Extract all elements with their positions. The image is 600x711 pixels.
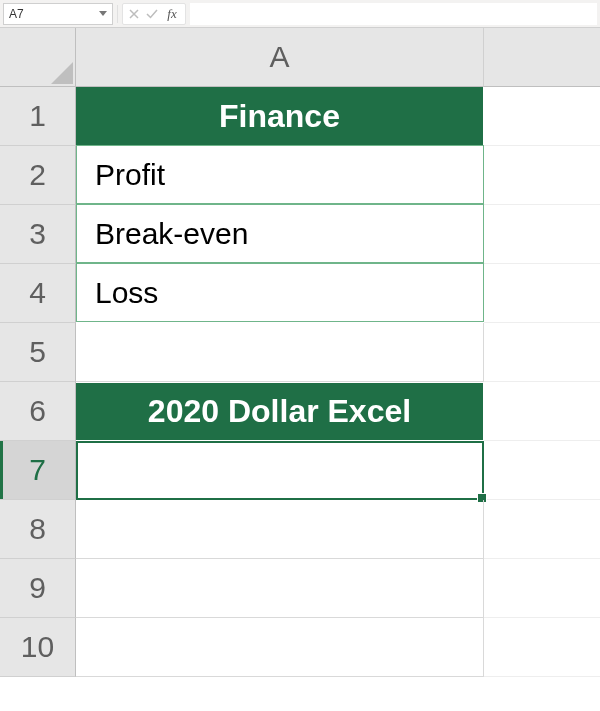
cell-A9[interactable] (76, 559, 484, 618)
row-header-2[interactable]: 2 (0, 146, 76, 205)
row-header-10[interactable]: 10 (0, 618, 76, 677)
cell-A2[interactable]: Profit (76, 145, 484, 204)
separator (117, 5, 118, 23)
cell-blank[interactable] (484, 264, 600, 323)
cell-A4[interactable]: Loss (76, 263, 484, 322)
cell-A3[interactable]: Break-even (76, 204, 484, 263)
cell-A10[interactable] (76, 618, 484, 677)
chevron-down-icon (99, 11, 107, 16)
row-header-7[interactable]: 7 (0, 441, 76, 500)
name-box-value: A7 (9, 7, 24, 21)
formula-bar: A7 fx (0, 0, 600, 28)
row-7: 7 (0, 441, 600, 500)
cell-blank[interactable] (484, 441, 600, 500)
row-header-4[interactable]: 4 (0, 264, 76, 323)
row-header-3[interactable]: 3 (0, 205, 76, 264)
row-5: 5 (0, 323, 600, 382)
formula-button-group: fx (122, 3, 186, 25)
name-box[interactable]: A7 (3, 3, 113, 25)
cell-A7[interactable] (76, 441, 484, 500)
row-2: 2 Profit (0, 146, 600, 205)
formula-input[interactable] (190, 3, 597, 25)
row-4: 4 Loss (0, 264, 600, 323)
row-header-6[interactable]: 6 (0, 382, 76, 441)
select-all-corner[interactable] (0, 28, 76, 87)
row-header-1[interactable]: 1 (0, 87, 76, 146)
cell-blank[interactable] (484, 382, 600, 441)
column-header-A[interactable]: A (76, 28, 484, 87)
row-1: 1 Finance (0, 87, 600, 146)
row-header-9[interactable]: 9 (0, 559, 76, 618)
cell-A5[interactable] (76, 323, 484, 382)
cell-blank[interactable] (484, 618, 600, 677)
row-9: 9 (0, 559, 600, 618)
cell-A8[interactable] (76, 500, 484, 559)
row-header-5[interactable]: 5 (0, 323, 76, 382)
cancel-icon[interactable] (125, 5, 143, 23)
column-header-area (484, 28, 600, 87)
cell-blank[interactable] (484, 559, 600, 618)
check-icon[interactable] (143, 5, 161, 23)
row-3: 3 Break-even (0, 205, 600, 264)
row-6: 6 2020 Dollar Excel (0, 382, 600, 441)
cell-blank[interactable] (484, 205, 600, 264)
cell-blank[interactable] (484, 146, 600, 205)
row-header-8[interactable]: 8 (0, 500, 76, 559)
cell-A1[interactable]: Finance (76, 87, 484, 146)
row-8: 8 (0, 500, 600, 559)
fx-icon[interactable]: fx (161, 5, 183, 23)
cell-blank[interactable] (484, 323, 600, 382)
cell-blank[interactable] (484, 500, 600, 559)
cell-blank[interactable] (484, 87, 600, 146)
row-10: 10 (0, 618, 600, 677)
cell-A6[interactable]: 2020 Dollar Excel (76, 382, 484, 441)
